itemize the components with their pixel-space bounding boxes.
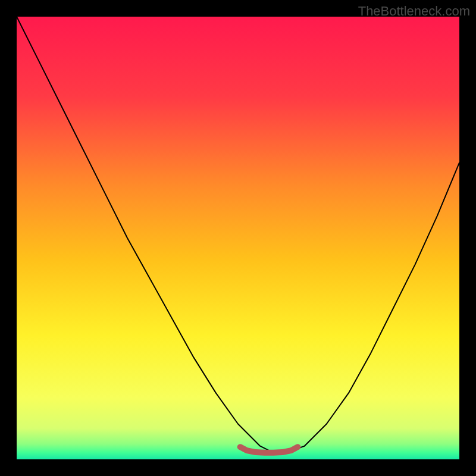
watermark-text: TheBottleneck.com — [358, 4, 470, 19]
plot-area — [17, 17, 459, 459]
bottleneck-curve — [17, 17, 459, 453]
bottom-highlight — [240, 447, 298, 453]
curve-layer — [17, 17, 459, 459]
